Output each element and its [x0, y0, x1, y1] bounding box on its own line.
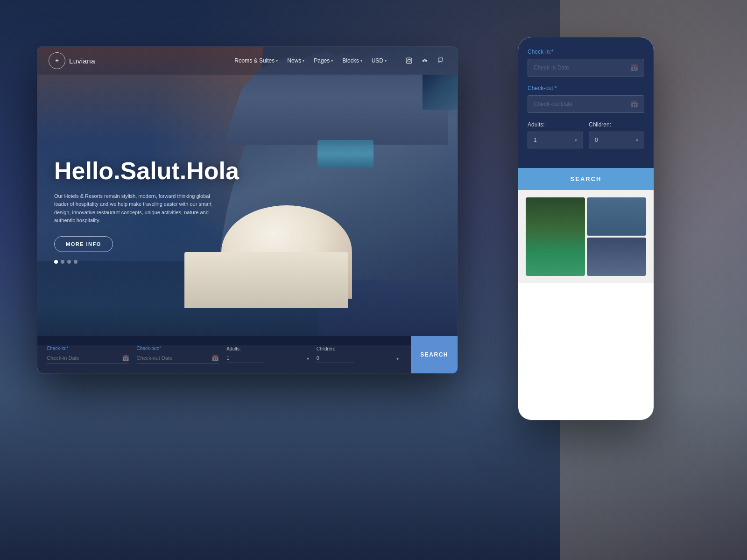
logo-icon: ✦	[49, 52, 65, 69]
mobile-checkout-label: Check-out:*	[528, 85, 644, 91]
checkout-input[interactable]	[137, 355, 212, 361]
nav-blocks[interactable]: Blocks ▾	[342, 57, 362, 64]
mobile-adults-label: Adults:	[528, 121, 583, 128]
chevron-down-icon: ▾	[276, 59, 278, 63]
checkin-field: Check-in:* 📅	[47, 346, 129, 364]
children-field: Children: 0 1 2 3	[317, 346, 399, 363]
nav-pages[interactable]: Pages ▾	[314, 57, 333, 64]
thumbnail-1	[423, 75, 458, 110]
chevron-down-icon: ▾	[575, 138, 577, 143]
nav-links: Rooms & Suites ▾ News ▾ Pages ▾ Blocks ▾…	[234, 55, 446, 66]
chevron-down-icon: ▾	[636, 138, 638, 143]
svg-point-2	[410, 59, 411, 60]
more-info-button[interactable]: MORE INFO	[54, 236, 113, 252]
mobile-booking-panel: Check-in:* Check-in Date 📅 Check-out:* C…	[518, 37, 654, 168]
mobile-image-gallery	[518, 190, 654, 283]
checkin-label: Check-in:*	[47, 346, 129, 351]
mobile-search-button[interactable]: SEARCH	[518, 168, 654, 190]
calendar-icon: 📅	[630, 64, 638, 71]
search-bar: Check-in:* 📅 Check-out:* 📅 Adults: 1 2	[37, 336, 458, 373]
carousel-dot-2[interactable]	[61, 260, 64, 264]
mobile-children-label: Children:	[589, 121, 644, 128]
mobile-image-palm-pool	[526, 197, 585, 276]
checkout-field: Check-out:* 📅	[137, 346, 219, 364]
checkin-input-wrap: 📅	[47, 353, 129, 364]
mobile-image-resort	[587, 238, 646, 276]
adults-field: Adults: 1 2 3 4	[226, 346, 309, 363]
svg-point-4	[425, 60, 428, 62]
hero-subtitle: Our Hotels & Resorts remain stylish, mod…	[54, 192, 218, 225]
checkin-input[interactable]	[47, 355, 122, 361]
svg-point-5	[424, 59, 426, 60]
pool	[317, 140, 374, 168]
mobile-mockup: Check-in:* Check-in Date 📅 Check-out:* C…	[518, 37, 654, 420]
hero-section: ✦ Luviana Rooms & Suites ▾ News ▾ Pages …	[37, 47, 458, 345]
thumbnail-strip	[423, 75, 458, 110]
carousel-dot-4[interactable]	[74, 260, 78, 264]
mobile-guests-row: Adults: 1 ▾ Children: 0 ▾	[528, 121, 644, 157]
nav-news[interactable]: News ▾	[287, 57, 304, 64]
mobile-adults-select[interactable]: 1 ▾	[528, 132, 583, 148]
nav-currency[interactable]: USD ▾	[372, 57, 387, 64]
carousel-dots	[54, 260, 78, 264]
calendar-icon: 📅	[122, 355, 129, 362]
calendar-icon: 📅	[630, 100, 638, 108]
mobile-image-pool-top	[587, 197, 646, 236]
tripadvisor-icon[interactable]	[419, 55, 430, 66]
hero-content: Hello.Salut.Hola Our Hotels & Resorts re…	[54, 158, 239, 252]
mobile-checkin-input[interactable]: Check-in Date 📅	[528, 59, 644, 77]
nav-rooms-suites[interactable]: Rooms & Suites ▾	[234, 57, 278, 64]
mobile-checkout-field: Check-out:* Check-out Date 📅	[528, 85, 644, 113]
instagram-icon[interactable]	[403, 55, 415, 66]
svg-rect-0	[406, 58, 412, 63]
children-label: Children:	[317, 346, 399, 351]
foursquare-icon[interactable]	[435, 55, 446, 66]
logo[interactable]: ✦ Luviana	[49, 52, 95, 69]
carousel-dot-1[interactable]	[54, 260, 58, 264]
white-building	[184, 252, 348, 308]
children-select-wrap: 0 1 2 3	[317, 353, 399, 363]
chevron-down-icon: ▾	[303, 59, 304, 63]
mobile-children-field: Children: 0 ▾	[589, 121, 644, 148]
brand-name: Luviana	[69, 57, 95, 65]
adults-select[interactable]: 1 2 3 4	[226, 353, 264, 363]
mobile-children-select[interactable]: 0 ▾	[589, 132, 644, 148]
checkout-label: Check-out:*	[137, 346, 219, 351]
svg-point-1	[408, 59, 410, 62]
chevron-down-icon: ▾	[331, 59, 333, 63]
nav-social-icons	[403, 55, 446, 66]
chevron-down-icon: ▾	[360, 59, 362, 63]
adults-label: Adults:	[226, 346, 309, 351]
checkout-input-wrap: 📅	[137, 353, 219, 364]
chevron-down-icon: ▾	[385, 59, 387, 63]
children-select[interactable]: 0 1 2 3	[317, 353, 354, 363]
calendar-icon: 📅	[211, 355, 219, 362]
hero-title: Hello.Salut.Hola	[54, 158, 239, 184]
search-button[interactable]: SEARCH	[411, 336, 458, 373]
mobile-checkout-input[interactable]: Check-out Date 📅	[528, 95, 644, 113]
svg-point-3	[423, 60, 425, 62]
mobile-adults-field: Adults: 1 ▾	[528, 121, 583, 148]
mobile-checkin-field: Check-in:* Check-in Date 📅	[528, 49, 644, 77]
mobile-checkin-label: Check-in:*	[528, 49, 644, 55]
adults-select-wrap: 1 2 3 4	[226, 353, 309, 363]
desktop-mockup: ✦ Luviana Rooms & Suites ▾ News ▾ Pages …	[37, 47, 458, 373]
carousel-dot-3[interactable]	[67, 260, 71, 264]
navigation: ✦ Luviana Rooms & Suites ▾ News ▾ Pages …	[37, 47, 458, 75]
